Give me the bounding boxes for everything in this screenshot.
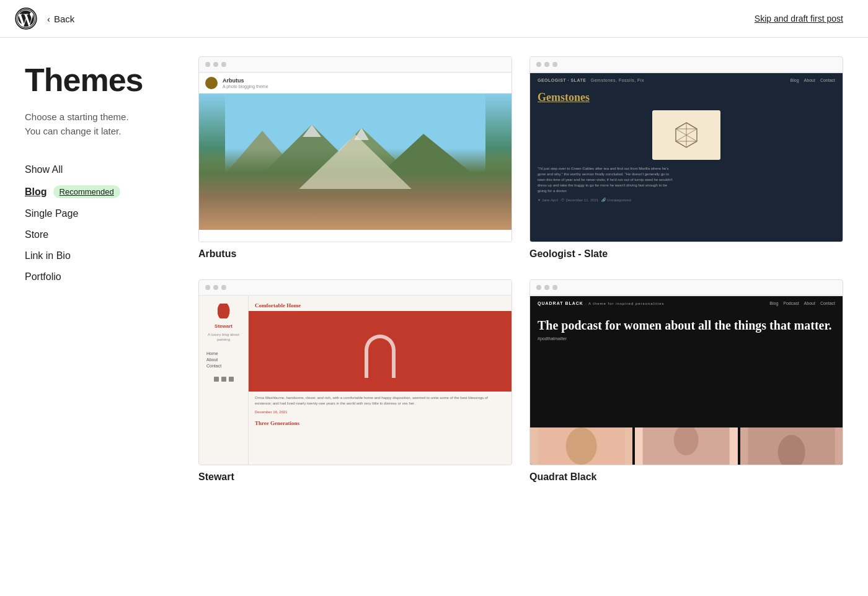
arbutus-tagline: A photo blogging theme xyxy=(223,84,268,89)
quadrat-nav: QUADRAT BLACK · A theme for inspired per… xyxy=(538,301,835,305)
svg-line-12 xyxy=(290,208,299,230)
stewart-arch-shape xyxy=(365,335,396,378)
svg-line-13 xyxy=(312,208,318,230)
quadrat-nav-links: Blog Podcast About Contact xyxy=(769,301,835,305)
facebook-icon xyxy=(221,377,226,382)
theme-card-geologist[interactable]: GEOLOGIST · SLATE Gemstones, Fossils, Fi… xyxy=(529,56,843,260)
dot-2 xyxy=(213,62,218,67)
theme-card-stewart[interactable]: Stewart A luxury blog about painting Hom… xyxy=(198,279,512,483)
stewart-tagline: A luxury blog about painting xyxy=(204,333,243,343)
geologist-nav: GEOLOGIST · SLATE Gemstones, Fossils, Fi… xyxy=(538,78,835,82)
svg-line-16 xyxy=(374,208,374,230)
quadrat-hashtag: #podthatmatter xyxy=(538,336,835,341)
svg-line-14 xyxy=(332,208,337,230)
quadrat-brand: QUADRAT BLACK · A theme for inspired per… xyxy=(538,301,665,305)
dot-1 xyxy=(205,285,210,290)
nav-item-portfolio[interactable]: Portfolio xyxy=(25,268,61,286)
back-button[interactable]: ‹ Back xyxy=(47,14,74,24)
nav-item-link-in-bio[interactable]: Link in Bio xyxy=(25,247,71,265)
arbutus-hero-image xyxy=(199,94,512,230)
preview-dots xyxy=(199,280,512,296)
stewart-post-body: Orma Washburne, handsome, clever, and ri… xyxy=(249,392,512,410)
skip-button[interactable]: Skip and draft first post xyxy=(755,14,843,24)
stewart-post-title: Comfortable Home xyxy=(249,296,512,311)
dot-2 xyxy=(213,285,218,290)
quadrat-img-2 xyxy=(635,427,737,465)
nav-item-store[interactable]: Store xyxy=(25,226,48,244)
themes-grid: Arbutus A photo blogging theme xyxy=(198,50,843,507)
page-description: Choose a starting theme. You can change … xyxy=(25,110,174,138)
header: ‹ Back Skip and draft first post xyxy=(0,0,868,38)
quadrat-theme-name: Quadrat Black xyxy=(529,471,843,483)
stewart-blog-name: Stewart xyxy=(215,323,232,329)
svg-rect-8 xyxy=(225,174,485,208)
category-nav: Show All Blog Recommended Single Page St… xyxy=(25,160,174,286)
stewart-preview: Stewart A luxury blog about painting Hom… xyxy=(199,296,512,465)
dot-3 xyxy=(552,62,557,67)
theme-card-quadrat[interactable]: QUADRAT BLACK · A theme for inspired per… xyxy=(529,279,843,483)
geologist-body-text: "I'd just step over to Green Gables afte… xyxy=(538,166,674,194)
header-left: ‹ Back xyxy=(15,7,74,30)
svg-line-17 xyxy=(392,208,396,230)
svg-rect-9 xyxy=(225,174,485,180)
svg-line-18 xyxy=(411,208,417,230)
geologist-brand: GEOLOGIST · SLATE Gemstones, Fossils, Fi… xyxy=(538,78,644,82)
geologist-post-meta: ✦ Jane April ⏱ December 11, 2021 🔗 Uncat… xyxy=(538,198,835,202)
theme-card-arbutus[interactable]: Arbutus A photo blogging theme xyxy=(198,56,512,260)
dot-3 xyxy=(552,285,557,290)
back-label: Back xyxy=(54,14,74,24)
nav-item-blog[interactable]: Blog Recommended xyxy=(25,182,120,202)
geologist-nav-links: Blog About Contact xyxy=(790,78,835,82)
recommended-badge: Recommended xyxy=(53,185,120,198)
geologist-preview-content: GEOLOGIST · SLATE Gemstones, Fossils, Fi… xyxy=(530,73,843,242)
nav-item-single-page[interactable]: Single Page xyxy=(25,204,78,223)
preview-dots xyxy=(199,57,512,72)
stewart-post-title-2: Three Generations xyxy=(249,414,512,429)
gem-svg xyxy=(671,120,702,151)
arbutus-theme-name: Arbutus xyxy=(198,248,512,260)
geologist-gem-card xyxy=(652,110,720,160)
svg-line-15 xyxy=(353,208,355,230)
dot-3 xyxy=(221,285,226,290)
geologist-heading: Gemstones xyxy=(538,91,835,104)
stewart-logo xyxy=(218,304,230,318)
wordpress-logo xyxy=(15,7,37,30)
quadrat-heading: The podcast for women about all the thin… xyxy=(538,318,835,333)
quadrat-preview-content: QUADRAT BLACK · A theme for inspired per… xyxy=(530,296,843,465)
nav-item-show-all[interactable]: Show All xyxy=(25,160,63,179)
dot-2 xyxy=(544,62,549,67)
arbutus-blog-name: Arbutus xyxy=(223,77,268,84)
stewart-theme-name: Stewart xyxy=(198,471,512,483)
theme-preview-quadrat: QUADRAT BLACK · A theme for inspired per… xyxy=(529,279,843,465)
back-chevron-icon: ‹ xyxy=(47,14,50,24)
svg-rect-1 xyxy=(225,94,485,230)
dot-3 xyxy=(221,62,226,67)
svg-marker-10 xyxy=(275,208,436,230)
arbutus-preview-content: Arbutus A photo blogging theme xyxy=(199,73,512,242)
dot-1 xyxy=(536,62,541,67)
dot-1 xyxy=(205,62,210,67)
preview-dots xyxy=(530,280,843,296)
quadrat-img-1 xyxy=(530,427,632,465)
arbutus-avatar xyxy=(205,77,218,89)
quadrat-img-3 xyxy=(740,427,843,465)
dot-1 xyxy=(536,285,541,290)
svg-point-26 xyxy=(566,427,597,465)
theme-preview-arbutus: Arbutus A photo blogging theme xyxy=(198,56,512,242)
twitter-icon xyxy=(214,377,219,382)
sidebar: Themes Choose a starting theme. You can … xyxy=(25,50,198,507)
quadrat-image-row xyxy=(530,427,843,465)
stewart-main-col: Comfortable Home Orma Washburne, handsom… xyxy=(249,296,512,465)
page-title: Themes xyxy=(25,63,174,98)
stewart-social-icons xyxy=(214,377,234,382)
theme-preview-geologist: GEOLOGIST · SLATE Gemstones, Fossils, Fi… xyxy=(529,56,843,242)
main-content: Themes Choose a starting theme. You can … xyxy=(0,50,868,507)
arbutus-preview: Arbutus A photo blogging theme xyxy=(199,73,512,242)
geologist-theme-name: Geologist - Slate xyxy=(529,248,843,260)
arbutus-header-bar: Arbutus A photo blogging theme xyxy=(199,73,512,94)
theme-preview-stewart: Stewart A luxury blog about painting Hom… xyxy=(198,279,512,465)
stewart-sidebar-col: Stewart A luxury blog about painting Hom… xyxy=(199,296,249,465)
geologist-preview: GEOLOGIST · SLATE Gemstones, Fossils, Fi… xyxy=(530,73,843,242)
arbutus-scene-svg xyxy=(199,94,512,230)
stewart-sidebar-nav: Home About Contact xyxy=(204,351,243,368)
